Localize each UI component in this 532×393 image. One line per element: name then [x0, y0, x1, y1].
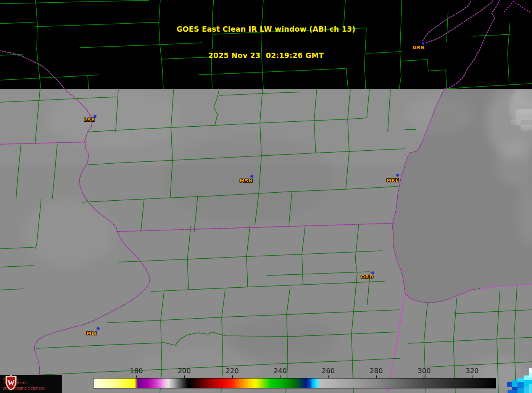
image-title: GOES East Clean IR LW window (ABI ch 13)… — [0, 7, 532, 77]
colorbar-tick-label: 200 — [171, 367, 198, 375]
title-line-1: GOES East Clean IR LW window (ABI ch 13) — [0, 25, 532, 34]
colorbar-tick-label: 220 — [219, 367, 246, 375]
colorbar-tick-label: 260 — [315, 367, 342, 375]
city-label: MSN — [240, 178, 253, 184]
colorbar-tick — [376, 375, 377, 378]
colorbar-tick — [280, 375, 281, 378]
colorbar-tick-label: 280 — [363, 367, 390, 375]
satellite-image-viewport: GOES East Clean IR LW window (ABI ch 13)… — [0, 0, 532, 393]
colorbar-tick — [184, 375, 185, 378]
city-label: ORD — [361, 274, 373, 280]
colorbar-tick — [424, 375, 424, 378]
city-label: MKE — [386, 177, 399, 183]
city-dot — [397, 174, 399, 177]
colorbar-tick-label: 320 — [459, 367, 485, 375]
svg-text:W: W — [8, 379, 15, 387]
city-dot — [372, 272, 374, 274]
colorbar-tick — [232, 375, 233, 378]
title-line-2: 2025 Nov 23 02:19:26 GMT — [0, 51, 532, 60]
city-label: MLI — [86, 330, 97, 336]
colorbar-tick — [472, 375, 472, 378]
city-dot — [251, 175, 253, 178]
colorbar-tick-label: 240 — [267, 367, 293, 375]
city-dot — [97, 327, 100, 330]
uw-crest-icon: W — [4, 375, 18, 391]
colorbar-tick-label: 180 — [123, 367, 150, 375]
city-label: LSE — [84, 117, 95, 122]
temperature-colorbar — [93, 378, 496, 388]
city-dot — [94, 115, 97, 118]
colorbar-tick — [136, 375, 137, 378]
aos-logo: W Department of Atmospheric and Oceanic … — [0, 375, 62, 393]
colorbar-tick-label: 300 — [411, 367, 437, 375]
colorbar-tick — [328, 375, 329, 378]
